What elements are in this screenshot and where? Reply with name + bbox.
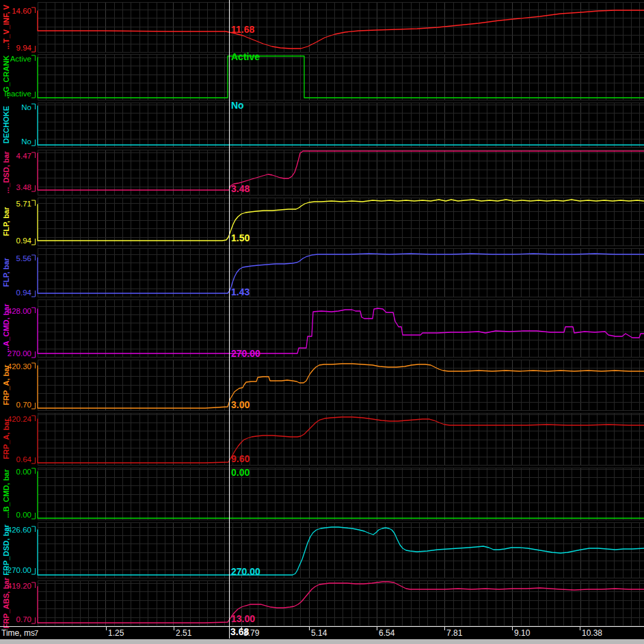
channel-max-label: 4.47	[16, 152, 31, 160]
channel-name-label: ...B_CMD, bar	[2, 469, 10, 518]
channel-name-label: FLP, bar	[2, 257, 10, 286]
channel-max-label: 420.24	[8, 415, 32, 423]
cursor-value: 3.00	[231, 399, 250, 410]
cursor-time-value: 3.68	[230, 626, 249, 637]
channel-min-label: 0.94	[16, 237, 32, 245]
time-tick-label: 5.14	[311, 628, 327, 638]
cursor-value: 11.68	[231, 24, 254, 35]
channel-name-label: FLP, bar	[2, 206, 10, 236]
time-tick-label: 1.25	[108, 628, 124, 638]
channel-max-label: Active	[10, 55, 31, 63]
channel-max-label: 0.00	[16, 468, 31, 476]
time-tick-label: 7.81	[446, 628, 463, 638]
channel-min-label: 0.64	[16, 455, 32, 464]
cursor-value: 270.00	[231, 566, 260, 577]
channel-max-label: 5.71	[16, 200, 31, 208]
channel-name-label: ...G_CRANK	[2, 55, 10, 99]
time-tick-label: 10.38	[582, 628, 602, 638]
channel-min-label: 0.70	[16, 401, 31, 409]
channel-name-label: DECHOKE	[2, 106, 10, 144]
time-axis-title: Time, ms	[1, 628, 35, 638]
channel-min-label: 270.00	[8, 349, 31, 358]
channel-min-label: No	[21, 137, 31, 146]
horizontal-scrollbar[interactable]	[0, 639, 644, 644]
channel-max-label: No	[21, 103, 31, 111]
channel-max-label: 14.60	[12, 7, 31, 15]
channel-name-label: ...A_CMD, bar	[2, 304, 10, 353]
plot-background	[0, 0, 644, 644]
cursor-value: 1.43	[231, 286, 250, 297]
trace-plot-canvas[interactable]: 14.609.94...T_V_INF, VActiveInactive...G…	[0, 0, 644, 644]
channel-name-label: FRP_DSD, bar	[2, 524, 10, 575]
cursor-value: 3.48	[231, 183, 250, 194]
multitrace-logger-window: 14.609.94...T_V_INF, VActiveInactive...G…	[0, 0, 644, 644]
time-tick-label: 7	[34, 629, 38, 637]
channel-min-label: 0.00	[16, 511, 31, 519]
channel-name-label: FRP_A, bar	[2, 364, 10, 405]
channel-max-label: 419.20	[8, 582, 31, 590]
channel-max-label: 426.60	[8, 526, 31, 534]
channel-name-label: FRP_A, bar	[2, 418, 10, 459]
time-tick-label: 9.10	[514, 628, 531, 638]
channel-min-label: 0.70	[16, 615, 31, 623]
channel-max-label: 428.00	[8, 307, 31, 315]
channel-name-label: FRP_ABS, bar	[2, 577, 10, 628]
channel-name-label: ...T_V_INF, V	[2, 4, 10, 49]
cursor-value: 0.00	[231, 467, 250, 478]
cursor-value: 9.60	[231, 453, 250, 464]
channel-min-label: 9.94	[16, 44, 32, 52]
time-tick-label: 6.54	[379, 628, 395, 638]
channel-max-label: 420.30	[8, 362, 31, 371]
channel-min-label: 270.00	[8, 566, 31, 574]
channel-name-label: ..._DSD, bar	[2, 150, 10, 193]
cursor-value: 270.00	[231, 348, 260, 359]
cursor-value: 1.50	[231, 232, 250, 243]
channel-min-label: 3.48	[16, 183, 31, 191]
cursor-value: Active	[231, 51, 260, 62]
cursor-value: 13.00	[231, 613, 255, 624]
channel-max-label: 5.56	[16, 254, 31, 263]
cursor-value: No	[231, 100, 244, 111]
time-tick-label: 2.51	[176, 628, 192, 638]
channel-min-label: 0.94	[16, 289, 32, 297]
